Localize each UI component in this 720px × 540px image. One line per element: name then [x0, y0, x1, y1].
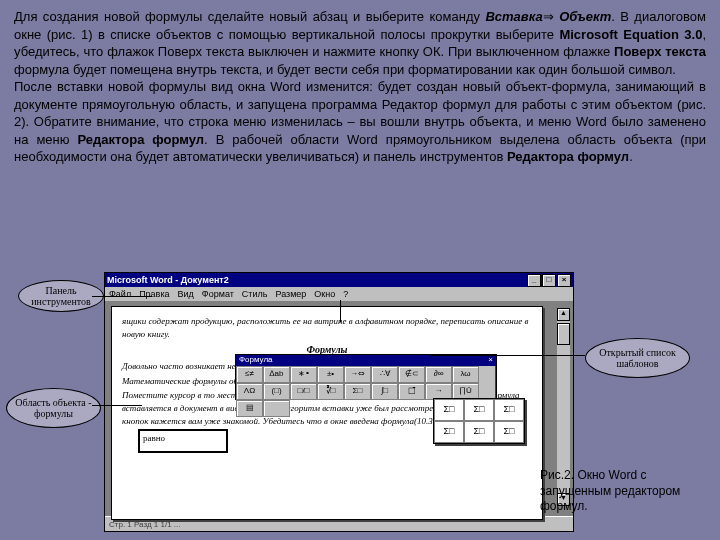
eq-cell[interactable]: (□)	[263, 383, 290, 400]
close-icon[interactable]: ×	[488, 355, 493, 366]
eq-cell[interactable]: ∆ab	[263, 366, 290, 383]
template-item[interactable]: Σ□	[494, 399, 524, 421]
maximize-icon[interactable]: □	[542, 274, 556, 287]
equation-toolbar-title: Формула	[239, 355, 273, 366]
menu-edit[interactable]: Правка	[139, 289, 169, 299]
eq-cell[interactable]: ∉⊂	[398, 366, 425, 383]
callout-templates: Открытый список шаблонов	[585, 338, 690, 378]
eq-cell[interactable]: ΛΩ	[236, 383, 263, 400]
eq-cell[interactable]: ▤	[236, 400, 263, 417]
eq-cell[interactable]: ±•	[317, 366, 344, 383]
window-title: Microsoft Word - Документ2	[107, 275, 229, 285]
scroll-up-icon[interactable]: ▲	[557, 308, 570, 321]
minimize-icon[interactable]: _	[527, 274, 541, 287]
word-window: Microsoft Word - Документ2 _ □ × Файл Пр…	[104, 272, 574, 532]
eq-cell[interactable]	[263, 400, 290, 417]
eq-cell[interactable]: →⇔	[344, 366, 371, 383]
equation-toolbar[interactable]: Формула× ≤≠ ∆ab ∗∘ ±• →⇔ ∴∀ ∉⊂ ∂∞ λω ΛΩ …	[235, 354, 497, 400]
eq-cell[interactable]: λω	[452, 366, 479, 383]
menu-view[interactable]: Вид	[178, 289, 194, 299]
template-dropdown[interactable]: Σ□ Σ□ Σ□ Σ□ Σ□ Σ□	[433, 398, 525, 444]
template-item[interactable]: Σ□	[494, 421, 524, 443]
eq-cell[interactable]: □/□	[290, 383, 317, 400]
callout-object-area: Область объекта - формулы	[6, 388, 101, 428]
menu-help[interactable]: ?	[343, 289, 348, 299]
instruction-text: Для создания новой формулы сделайте новы…	[14, 8, 706, 166]
eq-cell[interactable]: ∗∘	[290, 366, 317, 383]
close-icon[interactable]: ×	[557, 274, 571, 287]
eq-cell[interactable]: ∛□	[317, 383, 344, 400]
eq-cell[interactable]: ∫□	[371, 383, 398, 400]
eq-cell[interactable]: Σ□	[344, 383, 371, 400]
menu-size[interactable]: Размер	[275, 289, 306, 299]
eq-cell[interactable]: ≤≠	[236, 366, 263, 383]
figure-caption: Рис.2. Окно Word с запущенным редактором…	[540, 468, 710, 515]
title-bar: Microsoft Word - Документ2 _ □ ×	[105, 273, 573, 287]
eq-cell[interactable]: ∴∀	[371, 366, 398, 383]
scroll-thumb[interactable]	[557, 323, 570, 345]
template-item[interactable]: Σ□	[434, 399, 464, 421]
menu-window[interactable]: Окно	[314, 289, 335, 299]
template-item[interactable]: Σ□	[464, 399, 494, 421]
eq-cell[interactable]: ∂∞	[425, 366, 452, 383]
eq-cell[interactable]: □̄	[398, 383, 425, 400]
template-item[interactable]: Σ□	[434, 421, 464, 443]
document-area: ящики содержат продукцию, расположить ее…	[105, 302, 573, 516]
menu-file[interactable]: Файл	[109, 289, 131, 299]
template-item[interactable]: Σ□	[464, 421, 494, 443]
menu-format[interactable]: Формат	[202, 289, 234, 299]
formula-object[interactable]: равно	[138, 429, 228, 453]
menu-style[interactable]: Стиль	[242, 289, 268, 299]
menu-bar[interactable]: Файл Правка Вид Формат Стиль Размер Окно…	[105, 287, 573, 302]
